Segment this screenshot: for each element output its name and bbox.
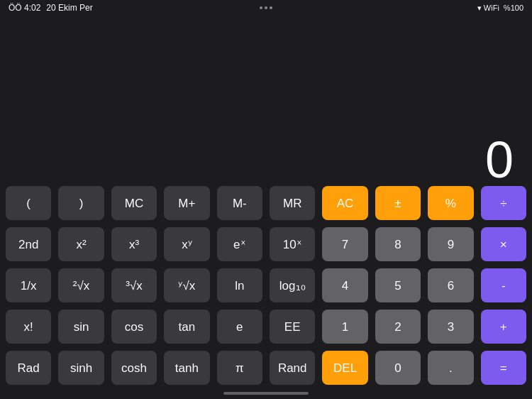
- status-dots: [260, 6, 272, 9]
- btn---4-8[interactable]: .: [428, 351, 473, 385]
- btn---0-8[interactable]: %: [428, 186, 473, 220]
- btn-MR-0-5[interactable]: MR: [270, 186, 315, 220]
- btn-MC-0-2[interactable]: MC: [111, 186, 157, 220]
- calc-row-4: RadsinhcoshtanhπRandDEL0.=: [6, 351, 526, 385]
- btn-AC-0-6[interactable]: AC: [322, 186, 367, 220]
- btn-cos-3-2[interactable]: cos: [111, 310, 157, 344]
- display-value: 0: [485, 131, 512, 189]
- dot3: [270, 6, 272, 9]
- btn-Rand-4-5[interactable]: Rand: [270, 351, 315, 385]
- btn-x--1-3[interactable]: xʸ: [164, 227, 209, 261]
- btn-e-3-4[interactable]: e: [217, 310, 262, 344]
- btn-e--1-4[interactable]: eˣ: [217, 227, 262, 261]
- btn-cosh-4-2[interactable]: cosh: [111, 351, 157, 385]
- btn-DEL-4-6[interactable]: DEL: [322, 351, 367, 385]
- btn-tanh-4-3[interactable]: tanh: [164, 351, 209, 385]
- calc-row-0: ()MCM+M-MRAC±%÷: [6, 186, 526, 220]
- btn-sin-3-1[interactable]: sin: [58, 310, 104, 344]
- btn---2-9[interactable]: -: [481, 268, 526, 302]
- btn---x-2-3[interactable]: ʸ√x: [164, 268, 209, 302]
- calc-row-3: x!sincostaneEE123+: [6, 310, 526, 344]
- btn---0-1[interactable]: ): [58, 186, 104, 220]
- btn-2nd-1-0[interactable]: 2nd: [6, 227, 51, 261]
- btn-1-3-6[interactable]: 1: [322, 310, 367, 344]
- btn-Rad-4-0[interactable]: Rad: [6, 351, 51, 385]
- btn---4-4[interactable]: π: [217, 351, 262, 385]
- btn---x-2-1[interactable]: ²√x: [58, 268, 104, 302]
- btn-7-1-6[interactable]: 7: [322, 227, 367, 261]
- wifi-icon: ▾ WiFi: [477, 4, 499, 13]
- time: ÖÖ 4:02: [9, 3, 40, 13]
- btn-8-1-7[interactable]: 8: [375, 227, 421, 261]
- btn---4-9[interactable]: =: [481, 351, 526, 385]
- btn-6-2-8[interactable]: 6: [428, 268, 473, 302]
- btn-5-2-7[interactable]: 5: [375, 268, 421, 302]
- btn-0-4-7[interactable]: 0: [375, 351, 421, 385]
- display-area: 0: [0, 16, 532, 200]
- dot1: [260, 6, 262, 9]
- dot2: [265, 6, 267, 9]
- btn---3-9[interactable]: +: [481, 310, 526, 344]
- status-right: ▾ WiFi %100: [477, 4, 523, 13]
- home-indicator: [223, 392, 309, 395]
- btn-10--1-5[interactable]: 10ˣ: [270, 227, 315, 261]
- btn---0-7[interactable]: ±: [375, 186, 421, 220]
- battery-icon: %100: [504, 4, 523, 12]
- btn-1-x-2-0[interactable]: 1/x: [6, 268, 51, 302]
- btn-2-3-7[interactable]: 2: [375, 310, 421, 344]
- btn-4-2-6[interactable]: 4: [322, 268, 367, 302]
- status-left: ÖÖ 4:02 20 Ekim Per: [9, 3, 93, 13]
- btn-EE-3-5[interactable]: EE: [270, 310, 315, 344]
- status-bar: ÖÖ 4:02 20 Ekim Per ▾ WiFi %100: [0, 0, 532, 16]
- btn-9-1-8[interactable]: 9: [428, 227, 473, 261]
- btn-M--0-3[interactable]: M+: [164, 186, 209, 220]
- calculator-grid: ()MCM+M-MRAC±%÷2ndx²x³xʸeˣ10ˣ789×1/x²√x³…: [6, 186, 526, 385]
- btn-tan-3-3[interactable]: tan: [164, 310, 209, 344]
- btn---1-9[interactable]: ×: [481, 227, 526, 261]
- btn-log---2-5[interactable]: log₁₀: [270, 268, 315, 302]
- calc-row-1: 2ndx²x³xʸeˣ10ˣ789×: [6, 227, 526, 261]
- btn-3-3-8[interactable]: 3: [428, 310, 473, 344]
- btn---0-9[interactable]: ÷: [481, 186, 526, 220]
- btn-M--0-4[interactable]: M-: [217, 186, 262, 220]
- btn---0-0[interactable]: (: [6, 186, 51, 220]
- btn-x--1-2[interactable]: x³: [111, 227, 157, 261]
- btn---x-2-2[interactable]: ³√x: [111, 268, 157, 302]
- calc-row-2: 1/x²√x³√xʸ√xlnlog₁₀456-: [6, 268, 526, 302]
- btn-ln-2-4[interactable]: ln: [217, 268, 262, 302]
- btn-x--3-0[interactable]: x!: [6, 310, 51, 344]
- date: 20 Ekim Per: [46, 3, 92, 13]
- btn-x--1-1[interactable]: x²: [58, 227, 104, 261]
- btn-sinh-4-1[interactable]: sinh: [58, 351, 104, 385]
